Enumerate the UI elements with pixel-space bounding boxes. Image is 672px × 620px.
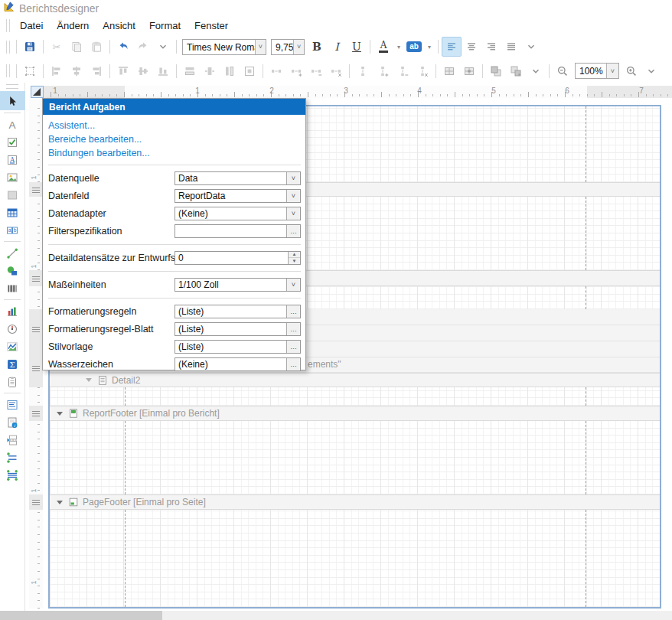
table-of-contents-tool[interactable] bbox=[2, 396, 23, 413]
align-to-grid-button[interactable] bbox=[20, 61, 40, 81]
zoom-out-button[interactable] bbox=[553, 61, 573, 81]
undo-history-dropdown[interactable] bbox=[153, 37, 173, 57]
ellipsis-button[interactable]: … bbox=[286, 358, 300, 370]
menu-item-format[interactable]: Format bbox=[142, 18, 188, 34]
dropdown-button[interactable]: ˅ bbox=[286, 190, 300, 202]
menu-item-ansicht[interactable]: Ansicht bbox=[96, 18, 142, 34]
band-header-pagefooter[interactable]: PageFooter [Einmal pro Seite] bbox=[50, 494, 660, 510]
dropdown-button[interactable]: ˅ bbox=[286, 279, 300, 291]
equal-width-button[interactable] bbox=[180, 61, 200, 81]
bring-to-front-button[interactable] bbox=[486, 61, 506, 81]
character-comb-tool[interactable]: ab bbox=[2, 221, 23, 239]
space-vertical-decrease-button[interactable] bbox=[393, 61, 413, 81]
band-splitter-handle[interactable] bbox=[32, 411, 40, 416]
font-size-combo-dropdown-icon[interactable]: ˅ bbox=[293, 40, 304, 54]
align-center-button[interactable] bbox=[462, 37, 481, 57]
zoom-combo[interactable]: 100%˅ bbox=[575, 63, 619, 79]
underline-button[interactable]: U bbox=[347, 37, 367, 57]
field-ellipsis-control[interactable]: (Liste)… bbox=[175, 305, 301, 318]
spin-down-icon[interactable]: ▼ bbox=[289, 258, 300, 264]
space-horizontal-increase-button[interactable] bbox=[286, 61, 306, 81]
center-in-window-button[interactable] bbox=[240, 61, 259, 81]
align-rights-button[interactable] bbox=[86, 61, 106, 81]
collapse-triangle-icon[interactable] bbox=[57, 412, 63, 416]
panel-link-0[interactable]: Assistent... bbox=[48, 119, 95, 132]
field-spin-control[interactable]: 0▲▼ bbox=[175, 251, 301, 265]
align-tops-button[interactable] bbox=[113, 61, 133, 81]
field-combo-control[interactable]: 1/100 Zoll˅ bbox=[175, 278, 301, 292]
field-combo-control[interactable]: (Keine)˅ bbox=[175, 207, 301, 220]
space-horizontal-remove-button[interactable] bbox=[326, 61, 346, 81]
equal-height-button[interactable] bbox=[220, 61, 240, 81]
richtext-tool[interactable]: A bbox=[2, 151, 23, 168]
field-ellipsis-control[interactable]: … bbox=[175, 224, 301, 238]
field-ellipsis-control[interactable]: (Liste)… bbox=[175, 322, 301, 336]
align-bottoms-button[interactable] bbox=[153, 61, 173, 81]
cut-button[interactable]: ✂ bbox=[47, 37, 67, 57]
undo-button[interactable] bbox=[113, 37, 133, 57]
label-tool[interactable]: A bbox=[2, 116, 23, 133]
highlight-button[interactable]: ab bbox=[404, 37, 424, 57]
redo-button[interactable] bbox=[133, 37, 153, 57]
justify-button[interactable] bbox=[501, 37, 521, 57]
field-ellipsis-control[interactable]: (Liste)… bbox=[175, 340, 301, 354]
alignment-dropdown[interactable] bbox=[521, 37, 541, 57]
panel-link-1[interactable]: Bereiche bearbeiten... bbox=[48, 133, 142, 146]
align-middles-button[interactable] bbox=[133, 61, 153, 81]
zoom-combo-dropdown-icon[interactable]: ˅ bbox=[606, 64, 618, 78]
line-tool[interactable] bbox=[2, 244, 23, 262]
italic-button[interactable]: I bbox=[327, 37, 347, 57]
dropdown-button[interactable]: ˅ bbox=[286, 172, 300, 184]
spin-buttons[interactable]: ▲▼ bbox=[288, 252, 300, 264]
collapse-triangle-icon[interactable] bbox=[86, 378, 92, 382]
ellipsis-button[interactable]: … bbox=[286, 225, 300, 237]
font-size-combo[interactable]: 9,75˅ bbox=[271, 39, 305, 55]
order-dropdown[interactable] bbox=[526, 61, 546, 81]
band-splitter-handle[interactable] bbox=[32, 188, 40, 193]
align-centers-button[interactable] bbox=[67, 61, 86, 81]
save-button[interactable] bbox=[20, 37, 40, 57]
bold-button[interactable]: B bbox=[307, 37, 327, 57]
center-horizontally-button[interactable] bbox=[200, 61, 220, 81]
cross-band-box-tool[interactable] bbox=[2, 466, 23, 484]
font-name-combo-dropdown-icon[interactable]: ˅ bbox=[255, 40, 266, 54]
cross-band-line-tool[interactable] bbox=[2, 449, 23, 466]
band-header-reportfooter[interactable]: ReportFooter [Einmal pro Bericht] bbox=[50, 406, 660, 421]
field-combo-control[interactable]: Data˅ bbox=[175, 171, 301, 185]
sparkline-tool[interactable] bbox=[2, 338, 23, 355]
panel-tool[interactable] bbox=[2, 186, 23, 204]
size-to-grid-button[interactable] bbox=[439, 61, 459, 81]
checkbox-tool[interactable] bbox=[2, 133, 23, 151]
ellipsis-button[interactable]: … bbox=[286, 341, 300, 353]
collapse-triangle-icon[interactable] bbox=[57, 501, 63, 504]
zoom-dropdown[interactable] bbox=[641, 61, 661, 81]
band-content[interactable] bbox=[50, 510, 660, 607]
align-right-button[interactable] bbox=[481, 37, 501, 57]
ellipsis-button[interactable]: … bbox=[286, 305, 300, 318]
field-ellipsis-control[interactable]: (Keine)… bbox=[175, 357, 301, 371]
menu-item-datei[interactable]: Datei bbox=[13, 18, 50, 34]
shape-tool[interactable] bbox=[2, 262, 23, 279]
paste-button[interactable] bbox=[86, 37, 106, 57]
page-break-tool[interactable] bbox=[2, 431, 23, 449]
copy-button[interactable] bbox=[67, 37, 86, 57]
space-horizontal-decrease-button[interactable] bbox=[306, 61, 326, 81]
pivot-grid-tool[interactable]: Σ bbox=[2, 355, 23, 373]
barcode-tool[interactable] bbox=[2, 279, 23, 297]
gauge-tool[interactable] bbox=[2, 320, 23, 338]
band-content[interactable] bbox=[50, 387, 660, 406]
band-splitter-handle[interactable] bbox=[32, 327, 40, 332]
band-splitter-handle[interactable] bbox=[32, 500, 40, 505]
ellipsis-button[interactable]: … bbox=[286, 323, 300, 335]
panel-link-2[interactable]: Bindungen bearbeiten... bbox=[48, 147, 150, 160]
band-content[interactable] bbox=[50, 421, 660, 494]
band-splitter-handle[interactable] bbox=[32, 276, 40, 282]
align-left-button[interactable] bbox=[442, 37, 462, 57]
space-vertical-increase-button[interactable] bbox=[373, 61, 393, 81]
chart-tool[interactable] bbox=[2, 302, 23, 320]
highlight-dropdown[interactable]: ▾ bbox=[424, 37, 435, 57]
space-vertical-remove-button[interactable] bbox=[413, 61, 432, 81]
table-tool[interactable] bbox=[2, 204, 23, 221]
menu-item-fenster[interactable]: Fenster bbox=[188, 18, 235, 34]
field-combo-control[interactable]: ReportData˅ bbox=[175, 189, 301, 203]
